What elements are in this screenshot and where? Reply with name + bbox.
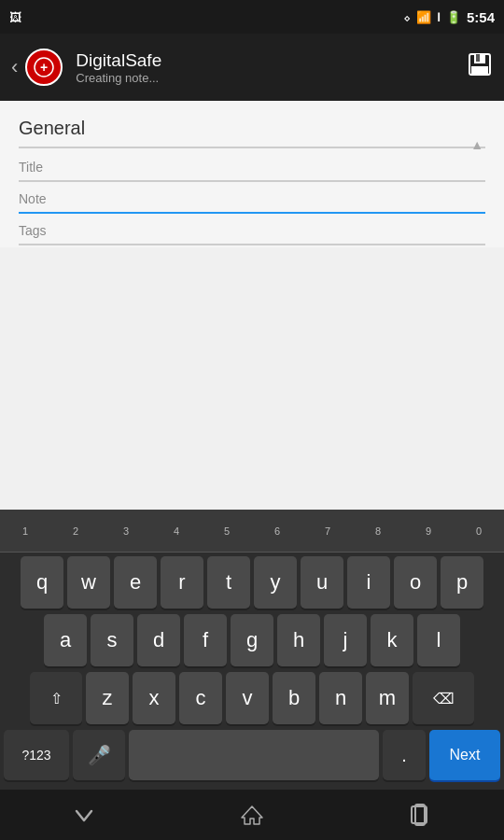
svg-rect-8 [415, 805, 425, 825]
status-bar: 🖼 ⬦ 📶 Ⅰ 🔋 5:54 [0, 0, 504, 34]
content-area: General Title Note Tags [0, 101, 504, 247]
status-left-icons: 🖼 [9, 10, 21, 24]
key-t[interactable]: t [207, 556, 250, 609]
app-title: DigitalSafe [76, 50, 161, 71]
key-j[interactable]: j [324, 614, 367, 666]
key-b[interactable]: b [273, 672, 315, 724]
back-nav-button[interactable] [56, 796, 112, 833]
key-o[interactable]: o [394, 556, 437, 609]
key-n[interactable]: n [319, 672, 362, 724]
svg-text:+: + [40, 60, 48, 75]
key-2[interactable]: 2 [51, 512, 100, 550]
key-z[interactable]: z [86, 672, 129, 724]
keyboard-letter-rows: q w e r t y u i o p a s d f g h j k l ⇧ … [0, 553, 504, 790]
key-4[interactable]: 4 [152, 512, 201, 550]
key-m[interactable]: m [366, 672, 409, 724]
space-key[interactable] [129, 730, 379, 780]
key-5[interactable]: 5 [203, 512, 251, 550]
app-subtitle: Creating note... [76, 71, 161, 85]
key-a[interactable]: a [44, 614, 87, 666]
key-3[interactable]: 3 [102, 512, 150, 550]
symbols-key[interactable]: ?123 [4, 730, 69, 780]
tags-field-label: Tags [19, 223, 485, 238]
shift-key[interactable]: ⇧ [30, 672, 82, 724]
key-f[interactable]: f [184, 614, 227, 666]
key-u[interactable]: u [301, 556, 343, 609]
signal-icon: Ⅰ [437, 10, 441, 24]
svg-rect-5 [471, 66, 488, 75]
key-s[interactable]: s [91, 614, 133, 666]
key-d[interactable]: d [137, 614, 180, 666]
key-9[interactable]: 9 [404, 512, 453, 550]
backspace-key[interactable]: ⌫ [413, 672, 474, 724]
battery-icon: 🔋 [446, 10, 461, 24]
tags-field-group[interactable]: Tags [19, 216, 485, 247]
key-7[interactable]: 7 [303, 512, 352, 550]
key-w[interactable]: w [67, 556, 110, 609]
app-bar: ‹ + DigitalSafe Creating note... [0, 34, 504, 101]
bluetooth-icon: ⬦ [403, 10, 411, 24]
key-r[interactable]: r [161, 556, 203, 609]
status-right-icons: ⬦ 📶 Ⅰ 🔋 5:54 [403, 9, 495, 25]
title-input-underline [19, 180, 485, 182]
section-divider [19, 147, 485, 148]
key-c[interactable]: c [179, 672, 222, 724]
note-field-group[interactable]: Note [19, 184, 485, 216]
app-logo: + [25, 49, 63, 86]
key-i[interactable]: i [347, 556, 390, 609]
key-p[interactable]: p [441, 556, 483, 609]
key-8[interactable]: 8 [354, 512, 402, 550]
key-x[interactable]: x [133, 672, 175, 724]
section-label: General [19, 101, 485, 147]
key-y[interactable]: y [254, 556, 297, 609]
app-title-group: DigitalSafe Creating note... [76, 50, 161, 85]
clock: 5:54 [467, 9, 495, 25]
key-6[interactable]: 6 [253, 512, 301, 550]
key-g[interactable]: g [231, 614, 273, 666]
keyboard-bottom-row: ?123 🎤 . Next [2, 730, 502, 788]
nav-bar [0, 790, 504, 840]
title-field-group[interactable]: Title [19, 152, 485, 184]
svg-marker-6 [242, 806, 262, 824]
key-k[interactable]: k [371, 614, 413, 666]
wifi-icon: 📶 [416, 10, 431, 24]
key-0[interactable]: 0 [455, 512, 503, 550]
save-button[interactable] [467, 51, 493, 84]
key-e[interactable]: e [114, 556, 157, 609]
key-1[interactable]: 1 [1, 512, 49, 550]
note-field-label: Note [19, 191, 485, 206]
recents-nav-button[interactable] [392, 796, 448, 833]
key-l[interactable]: l [417, 614, 460, 666]
key-h[interactable]: h [277, 614, 320, 666]
keyboard: 1 2 3 4 5 6 7 8 9 0 q w e r t y u i o p … [0, 510, 504, 790]
key-row-1: q w e r t y u i o p [2, 556, 502, 609]
image-icon: 🖼 [9, 10, 21, 24]
next-key[interactable]: Next [429, 730, 500, 780]
key-v[interactable]: v [226, 672, 269, 724]
key-row-3: ⇧ z x c v b n m ⌫ [2, 672, 502, 724]
app-bar-left: ‹ + DigitalSafe Creating note... [11, 49, 161, 86]
key-q[interactable]: q [21, 556, 63, 609]
mic-key[interactable]: 🎤 [73, 730, 125, 780]
svg-rect-4 [476, 54, 480, 62]
keyboard-number-row: 1 2 3 4 5 6 7 8 9 0 [0, 510, 504, 553]
note-input-underline [19, 212, 485, 214]
tags-input-underline [19, 244, 485, 245]
title-field-label: Title [19, 160, 485, 175]
key-row-2: a s d f g h j k l [2, 614, 502, 666]
home-nav-button[interactable] [224, 796, 280, 833]
period-key[interactable]: . [383, 730, 426, 780]
back-button[interactable]: ‹ [11, 55, 18, 79]
